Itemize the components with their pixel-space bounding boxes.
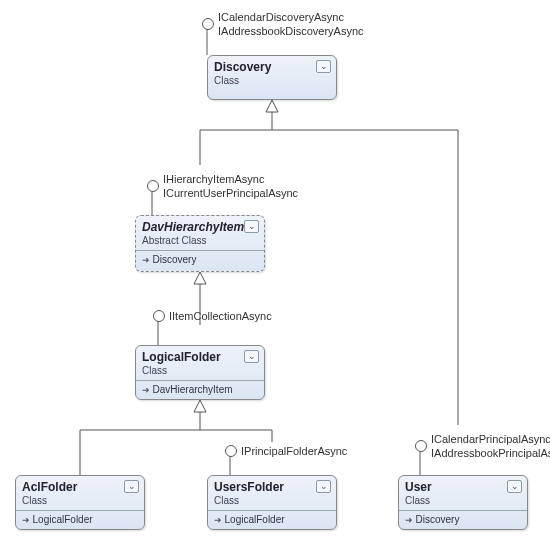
svg-marker-7 — [194, 400, 206, 412]
class-title: Discovery — [214, 60, 330, 74]
interface-label: IItemCollectionAsync — [169, 309, 272, 323]
class-stereotype: Class — [405, 495, 521, 506]
class-inherits: LogicalFolder — [22, 514, 138, 525]
expand-icon[interactable]: ⌄ — [244, 350, 259, 363]
expand-icon[interactable]: ⌄ — [316, 60, 331, 73]
class-stereotype: Class — [22, 495, 138, 506]
class-user[interactable]: ⌄ User Class Discovery — [398, 475, 528, 530]
svg-marker-0 — [266, 100, 278, 112]
interface-label: ICalendarDiscoveryAsync IAddressbookDisc… — [218, 10, 364, 38]
interface-label: IPrincipalFolderAsync — [241, 444, 347, 458]
expand-icon[interactable]: ⌄ — [316, 480, 331, 493]
expand-icon[interactable]: ⌄ — [124, 480, 139, 493]
expand-icon[interactable]: ⌄ — [507, 480, 522, 493]
class-title: UsersFolder — [214, 480, 330, 494]
class-title: DavHierarchyItem — [142, 220, 258, 234]
lollipop-icon — [415, 440, 427, 452]
lollipop-icon — [225, 445, 237, 457]
class-inherits: Discovery — [142, 254, 258, 265]
lollipop-icon — [202, 18, 214, 30]
class-discovery[interactable]: ⌄ Discovery Class — [207, 55, 337, 100]
class-stereotype: Class — [214, 75, 330, 86]
class-dav-hierarchy-item[interactable]: ⌄ DavHierarchyItem Abstract Class Discov… — [135, 215, 265, 272]
class-inherits: DavHierarchyItem — [142, 384, 258, 395]
expand-icon[interactable]: ⌄ — [244, 220, 259, 233]
class-inherits: LogicalFolder — [214, 514, 330, 525]
class-stereotype: Class — [142, 365, 258, 376]
class-inherits: Discovery — [405, 514, 521, 525]
interface-label: IHierarchyItemAsync ICurrentUserPrincipa… — [163, 172, 298, 200]
interface-label: ICalendarPrincipalAsync IAddressbookPrin… — [431, 432, 550, 460]
class-title: User — [405, 480, 521, 494]
svg-marker-5 — [194, 272, 206, 284]
lollipop-icon — [153, 310, 165, 322]
class-acl-folder[interactable]: ⌄ AclFolder Class LogicalFolder — [15, 475, 145, 530]
class-stereotype: Class — [214, 495, 330, 506]
class-users-folder[interactable]: ⌄ UsersFolder Class LogicalFolder — [207, 475, 337, 530]
lollipop-icon — [147, 180, 159, 192]
class-title: AclFolder — [22, 480, 138, 494]
class-logical-folder[interactable]: ⌄ LogicalFolder Class DavHierarchyItem — [135, 345, 265, 400]
class-stereotype: Abstract Class — [142, 235, 258, 246]
class-title: LogicalFolder — [142, 350, 258, 364]
